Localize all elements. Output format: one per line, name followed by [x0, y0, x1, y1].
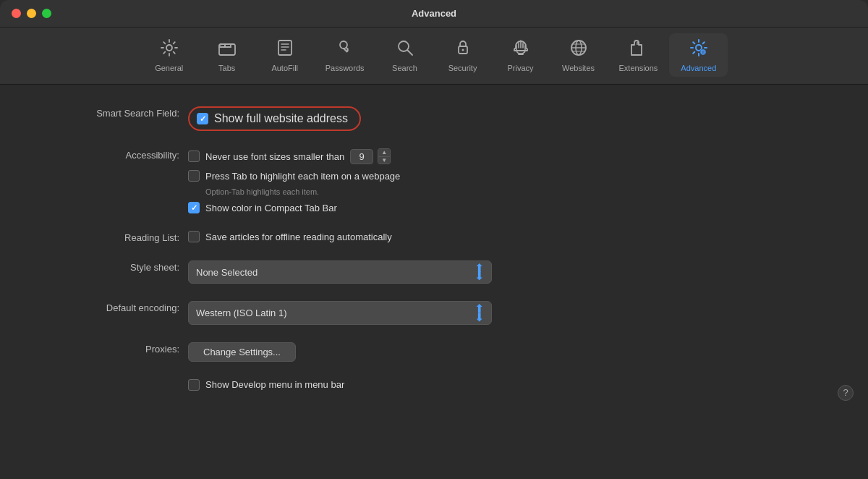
accessibility-label: Accessibility: — [43, 148, 188, 161]
style-sheet-controls: None Selected ⬆⬇ — [188, 260, 492, 284]
style-sheet-label: Style sheet: — [43, 260, 188, 273]
svg-rect-2 — [278, 41, 292, 55]
svg-point-14 — [696, 45, 702, 51]
window-title: Advanced — [412, 8, 456, 19]
close-button[interactable] — [12, 9, 21, 18]
proxies-label: Proxies: — [43, 342, 188, 355]
tab-general-label: General — [155, 64, 183, 72]
tab-advanced[interactable]: Advanced — [669, 33, 728, 77]
font-size-control: 9 ▲ ▼ — [350, 148, 391, 164]
default-encoding-controls: Western (ISO Latin 1) ⬆⬇ — [188, 301, 492, 324]
press-tab-row: Press Tab to highlight each item on a we… — [188, 170, 400, 182]
tab-passwords-label: Passwords — [326, 64, 365, 72]
privacy-icon — [511, 38, 531, 61]
style-sheet-row: Style sheet: None Selected ⬆⬇ — [43, 260, 825, 284]
tab-general[interactable]: General — [140, 33, 198, 77]
never-font-size-row: Never use font sizes smaller than 9 ▲ ▼ — [188, 148, 400, 164]
default-encoding-row: Default encoding: Western (ISO Latin 1) … — [43, 301, 825, 324]
smart-search-row: Smart Search Field: Show full website ad… — [43, 106, 825, 131]
minimize-button[interactable] — [27, 9, 36, 18]
show-color-checkbox[interactable] — [188, 202, 200, 213]
accessibility-row: Accessibility: Never use font sizes smal… — [43, 148, 825, 213]
toolbar: General Tabs AutoFill — [0, 27, 868, 85]
security-icon — [453, 38, 473, 61]
save-articles-checkbox[interactable] — [188, 231, 200, 242]
show-develop-row: Show Develop menu in menu bar — [43, 379, 825, 391]
tab-extensions[interactable]: Extensions — [608, 33, 670, 77]
show-develop-controls: Show Develop menu in menu bar — [188, 379, 344, 391]
tab-privacy[interactable]: Privacy — [492, 33, 550, 77]
smart-search-label: Smart Search Field: — [43, 106, 188, 119]
maximize-button[interactable] — [42, 9, 51, 18]
change-settings-button[interactable]: Change Settings... — [188, 342, 296, 362]
tab-security[interactable]: Security — [434, 33, 492, 77]
style-sheet-arrows: ⬆⬇ — [475, 264, 484, 280]
show-color-label: Show color in Compact Tab Bar — [205, 203, 337, 213]
reading-list-controls: Save articles for offline reading automa… — [188, 231, 392, 242]
show-full-address-label: Show full website address — [214, 112, 348, 125]
default-encoding-select[interactable]: Western (ISO Latin 1) ⬆⬇ — [188, 301, 492, 324]
tabs-icon — [217, 38, 237, 61]
stepper-down[interactable]: ▼ — [378, 157, 390, 164]
proxies-row: Proxies: Change Settings... — [43, 342, 825, 362]
stepper-up[interactable]: ▲ — [378, 149, 390, 157]
tab-tabs-label: Tabs — [218, 64, 235, 72]
general-icon — [159, 38, 179, 61]
never-font-size-label: Never use font sizes smaller than — [205, 151, 344, 162]
encoding-arrows: ⬆⬇ — [475, 305, 484, 321]
websites-icon — [569, 38, 589, 61]
font-size-value: 9 — [350, 149, 373, 164]
tab-privacy-label: Privacy — [507, 64, 533, 72]
font-size-stepper[interactable]: ▲ ▼ — [378, 148, 391, 164]
tab-search-label: Search — [392, 64, 417, 72]
show-develop-checkbox-row: Show Develop menu in menu bar — [188, 379, 344, 391]
proxies-controls: Change Settings... — [188, 342, 296, 362]
accessibility-controls: Never use font sizes smaller than 9 ▲ ▼ … — [188, 148, 400, 213]
smart-search-highlight: Show full website address — [188, 106, 361, 131]
press-tab-label: Press Tab to highlight each item on a we… — [205, 171, 400, 182]
save-articles-label: Save articles for offline reading automa… — [205, 232, 392, 242]
window-controls — [12, 9, 51, 18]
style-sheet-select[interactable]: None Selected ⬆⬇ — [188, 260, 492, 284]
default-encoding-value: Western (ISO Latin 1) — [196, 308, 286, 318]
extensions-icon — [628, 38, 648, 61]
settings-content: Smart Search Field: Show full website ad… — [0, 85, 868, 412]
smart-search-controls: Show full website address — [188, 106, 361, 131]
press-tab-checkbox[interactable] — [188, 170, 200, 182]
svg-point-10 — [461, 49, 464, 51]
save-articles-row: Save articles for offline reading automa… — [188, 231, 392, 242]
reading-list-label: Reading List: — [43, 231, 188, 243]
tab-passwords[interactable]: Passwords — [314, 33, 376, 77]
help-button[interactable]: ? — [838, 385, 854, 401]
tab-websites[interactable]: Websites — [550, 33, 608, 77]
tab-security-label: Security — [448, 64, 477, 72]
search-icon — [395, 38, 415, 61]
passwords-icon — [335, 38, 355, 61]
reading-list-row: Reading List: Save articles for offline … — [43, 231, 825, 243]
show-develop-spacer — [43, 379, 188, 381]
default-encoding-label: Default encoding: — [43, 301, 188, 313]
tab-advanced-label: Advanced — [681, 64, 716, 72]
tab-autofill[interactable]: AutoFill — [256, 33, 314, 77]
style-sheet-value: None Selected — [196, 267, 258, 278]
never-font-size-checkbox[interactable] — [188, 151, 200, 162]
svg-point-0 — [166, 45, 172, 51]
option-tab-hint: Option-Tab highlights each item. — [188, 187, 400, 196]
tab-tabs[interactable]: Tabs — [198, 33, 256, 77]
advanced-icon — [689, 38, 709, 61]
show-develop-checkbox[interactable] — [188, 379, 200, 391]
tab-extensions-label: Extensions — [619, 64, 658, 72]
svg-line-8 — [407, 51, 412, 56]
main-content: Smart Search Field: Show full website ad… — [0, 85, 868, 412]
svg-rect-1 — [219, 44, 235, 55]
autofill-icon — [275, 38, 295, 61]
show-color-row: Show color in Compact Tab Bar — [188, 202, 400, 213]
titlebar: Advanced — [0, 0, 868, 27]
show-full-address-checkbox[interactable] — [197, 113, 208, 124]
tab-websites-label: Websites — [562, 64, 595, 72]
tab-autofill-label: AutoFill — [271, 64, 298, 72]
tab-search[interactable]: Search — [376, 33, 434, 77]
show-develop-label: Show Develop menu in menu bar — [205, 379, 344, 390]
